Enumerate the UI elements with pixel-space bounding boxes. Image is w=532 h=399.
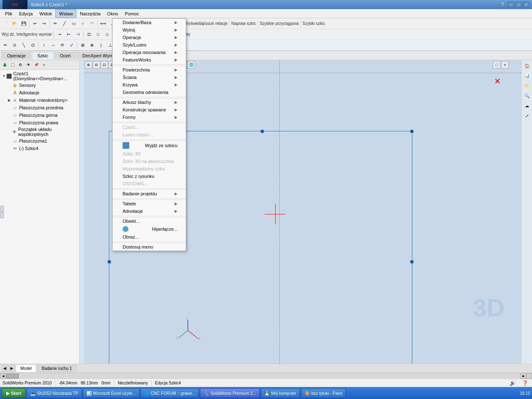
menu-dodanie-baza[interactable]: Dodanie/Baza ▶ xyxy=(113,19,186,26)
maximize-button[interactable]: □ xyxy=(515,2,522,7)
bottom-tab-model[interactable]: Model xyxy=(16,365,36,372)
circle-button[interactable]: ○ xyxy=(78,19,87,28)
st-btn8[interactable]: ⤢ xyxy=(67,41,76,50)
st-btn5[interactable]: ↕ xyxy=(39,41,49,50)
sketch-dot-top[interactable] xyxy=(261,130,264,133)
arc-button[interactable]: ◠ xyxy=(87,19,96,28)
menu-geometria[interactable]: Geometria odniesienia xyxy=(113,89,186,96)
task-mycomp[interactable]: 💾 Mój komputer xyxy=(261,388,300,398)
menu-dostosuj[interactable]: Dostosuj menu xyxy=(113,243,186,251)
display-btn[interactable]: 👁 xyxy=(25,61,32,69)
sidebar-collapse-arrow[interactable]: ‹ xyxy=(0,206,4,218)
bottom-tab-next[interactable]: ▶ xyxy=(9,365,15,372)
tree-item-adnotacje[interactable]: A Adnotacje xyxy=(1,89,79,96)
menu-powierzchnia[interactable]: Powierzchnia ▶ xyxy=(113,66,186,74)
redo-button[interactable]: ↪ xyxy=(39,19,49,28)
canvas-close-btn[interactable]: × xyxy=(501,61,509,69)
menu-obiekt[interactable]: Obiekt... xyxy=(113,217,186,225)
menu-sciana[interactable]: Ściana ▶ xyxy=(113,74,186,81)
tb2-btn4[interactable]: ⊡ xyxy=(84,30,94,39)
menu-wyjdz[interactable]: Wyjdź ze szkicu xyxy=(113,141,186,150)
save-button[interactable]: 💾 xyxy=(19,19,28,28)
sketch-button[interactable]: ✏ xyxy=(51,19,60,28)
scroll-left-arrow[interactable]: ◀ xyxy=(0,373,6,379)
line-button[interactable]: ╱ xyxy=(60,19,69,28)
menu-featureworks[interactable]: FeatureWorks ▶ xyxy=(113,56,186,64)
rect-button[interactable]: ▭ xyxy=(69,19,78,28)
minimize-button[interactable]: ─ xyxy=(508,2,515,7)
tb2-btn2[interactable]: ⊢ xyxy=(64,30,73,39)
tb2-btn6[interactable]: ◇ xyxy=(103,30,112,39)
canvas-maximize-btn[interactable]: □ xyxy=(493,61,500,69)
scene-btn[interactable]: 🌐 xyxy=(187,61,195,69)
menu-edycja[interactable]: Edycja xyxy=(16,9,36,18)
tree-item-plaszczyzna-gorna[interactable]: ▱ Płaszczyzna górna xyxy=(1,111,79,119)
tab-ocen[interactable]: Oceń xyxy=(54,52,76,59)
expand-btn[interactable]: » xyxy=(40,61,48,69)
tree-item-plaszczyzna-przednia[interactable]: ▱ Płaszczyzna przednia xyxy=(1,104,79,111)
st-btn11[interactable]: | xyxy=(96,41,106,50)
menu-arkusz-blachy[interactable]: Arkusz blachy ▶ xyxy=(113,99,186,106)
undo-button[interactable]: ↩ xyxy=(30,19,39,28)
task-paint[interactable]: 🎨 bez tytułu - Paint xyxy=(301,388,346,398)
config-btn[interactable]: ⚙ xyxy=(17,61,24,69)
sketch-dot-mid-right[interactable] xyxy=(410,260,414,264)
h-scrollbar[interactable]: ◀ ▶ xyxy=(0,373,532,379)
st-btn6[interactable]: ↔ xyxy=(49,41,58,50)
tree-item-szkic4[interactable]: ✏ (-) Szkic4 xyxy=(1,145,79,152)
ri-cloud-btn[interactable]: ☁ xyxy=(522,101,532,110)
tree-item-plaszczyzna1[interactable]: ▱ Płaszczyzna1 xyxy=(1,137,79,145)
task-sw[interactable]: 🔧 SolidWorks Premium 2... xyxy=(200,388,260,398)
menu-szyk-lustro[interactable]: Szyk/Lustro ▶ xyxy=(113,41,186,49)
start-button[interactable]: ▶ Start xyxy=(2,388,26,398)
menu-konstrukcje[interactable]: Konstrukcje spawane ▶ xyxy=(113,106,186,113)
task-cnc[interactable]: 🌐 CNC FORUM :: grawe... xyxy=(140,388,200,398)
ri-house-btn[interactable]: 🏠 xyxy=(522,61,532,70)
st-btn7[interactable]: ⟳ xyxy=(58,41,67,50)
menu-krzywa[interactable]: Krzywa ▶ xyxy=(113,81,186,89)
menu-wstaw[interactable]: Wstaw xyxy=(55,9,76,18)
status-icon-2[interactable]: ❓ xyxy=(520,379,530,388)
st-btn1[interactable]: ✏ xyxy=(1,41,10,50)
tree-item-material[interactable]: ▶ ≡ Materiał <nieokreślony> xyxy=(1,96,79,104)
tree-item-poczatek[interactable]: ✚ Początek układu współrzędnych xyxy=(1,126,79,137)
close-button[interactable]: × xyxy=(523,2,530,7)
tree-view-btn[interactable]: 🌲 xyxy=(1,61,8,69)
bottom-tab-badanie[interactable]: Badanie ruchu 1 xyxy=(37,365,76,372)
new-button[interactable]: 📄 xyxy=(1,19,10,28)
menu-wytnij[interactable]: Wytnij ▶ xyxy=(113,26,186,34)
status-icon-1[interactable]: 🔊 xyxy=(508,379,517,388)
st-btn3[interactable]: ╲ xyxy=(19,41,28,50)
bottom-tab-prev[interactable]: ◀ xyxy=(2,365,8,372)
menu-hiperlacze[interactable]: Hiperłącze... xyxy=(113,225,186,233)
st-btn2[interactable]: ⊙ xyxy=(10,41,19,50)
sketch-dot-mid-left[interactable] xyxy=(108,260,111,264)
task-excel[interactable]: 📊 Microsoft Excel użyte... xyxy=(83,388,140,398)
sketch-dot-top-right[interactable] xyxy=(410,130,414,133)
zoom-in-btn[interactable]: ⊕ xyxy=(85,61,92,69)
menu-adnotacje[interactable]: Adnotacje ▶ xyxy=(113,207,186,215)
ri-chart-btn[interactable]: 📊 xyxy=(522,71,532,80)
tb2-btn3[interactable]: ⊣ xyxy=(73,30,82,39)
tab-operacje[interactable]: Operacje xyxy=(2,52,31,59)
ri-search-btn[interactable]: 🔍 xyxy=(522,91,532,100)
scroll-right-arrow[interactable]: ▶ xyxy=(520,373,526,379)
st-btn4[interactable]: ⌬ xyxy=(28,41,37,50)
menu-tabele[interactable]: Tabele ▶ xyxy=(113,200,186,207)
menu-obraz[interactable]: Obraz... xyxy=(113,233,186,241)
task-sh2052[interactable]: 💻 Sh2052 Neostrada TP xyxy=(27,388,82,398)
close-sketch-mark[interactable]: ✕ xyxy=(494,77,500,86)
property-btn[interactable]: 📋 xyxy=(9,61,16,69)
menu-okno[interactable]: Okno xyxy=(104,9,121,18)
open-button[interactable]: 📂 xyxy=(10,19,19,28)
tree-item-sensory[interactable]: ◉ Sensory xyxy=(1,81,79,89)
pin-btn[interactable]: 📌 xyxy=(32,61,40,69)
ri-folder-btn[interactable]: 📁 xyxy=(522,81,532,90)
tab-szkic[interactable]: Szkic xyxy=(32,52,54,59)
help-icon[interactable]: ? xyxy=(501,2,504,7)
menu-formy[interactable]: Formy ▶ xyxy=(113,113,186,121)
scroll-track[interactable] xyxy=(6,373,520,379)
scroll-thumb[interactable] xyxy=(6,374,19,379)
menu-szkic-z-rysunku[interactable]: Szkic z rysunku xyxy=(113,172,186,180)
menu-badanie[interactable]: Badanie projektu ▶ xyxy=(113,190,186,197)
